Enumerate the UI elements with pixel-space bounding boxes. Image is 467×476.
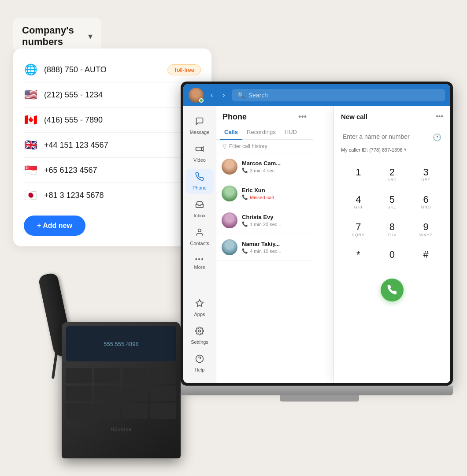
sidebar-item-message[interactable]: Message <box>185 113 214 138</box>
contacts-icon <box>195 228 204 239</box>
svg-point-3 <box>199 330 201 332</box>
svg-point-2 <box>198 229 201 232</box>
phone-device: 555.555.4898 HDvoice <box>44 264 185 458</box>
sidebar-item-help[interactable]: Help <box>185 351 214 376</box>
call-item[interactable]: Marcos Cam... 📞 3 min 4 sec <box>216 153 313 180</box>
number-text: (212) 555 - 1234 <box>44 90 201 100</box>
search-placeholder: Search <box>248 92 268 99</box>
call-name: Eric Xun <box>242 187 308 193</box>
avatar <box>222 159 237 175</box>
user-avatar <box>189 88 204 103</box>
sidebar-item-contacts[interactable]: Contacts <box>185 224 214 249</box>
phone-button <box>94 403 120 419</box>
sidebar-item-inbox[interactable]: Inbox <box>185 197 214 222</box>
inbox-icon <box>195 200 204 211</box>
phone-panel: Phone ••• Calls Recordings HUD ▽ Filter … <box>216 106 313 383</box>
avatar <box>222 186 237 201</box>
sidebar-item-more[interactable]: ••• More <box>185 252 214 273</box>
dial-key-0[interactable]: 0 + <box>377 245 408 270</box>
call-detail-missed: 📞 Missed call <box>242 194 308 200</box>
phone-panel-header: Phone ••• <box>216 106 313 125</box>
sidebar-video-label: Video <box>193 157 206 163</box>
sidebar-item-video[interactable]: Video <box>185 141 214 166</box>
sidebar-inbox-label: Inbox <box>194 213 206 218</box>
sg-flag-icon: 🇸🇬 <box>24 164 38 176</box>
laptop: ‹ › 🔍 Search Message <box>181 82 458 434</box>
sidebar-item-apps[interactable]: Apps <box>185 295 214 320</box>
video-icon <box>195 145 204 156</box>
phone-button <box>122 368 148 383</box>
number-row-uk[interactable]: 🇬🇧 +44 151 123 4567 <box>24 133 201 158</box>
avatar <box>222 239 237 255</box>
call-info: Christa Evy 📞 1 min 20 sec... <box>242 214 308 227</box>
numbers-dropdown-header[interactable]: Company's numbers ▾ <box>13 18 101 52</box>
caller-id-bar[interactable]: My caller ID: (778) 897-1396 ▾ <box>334 145 450 157</box>
number-row-ca[interactable]: 🇨🇦 (416) 555 - 7890 <box>24 108 201 133</box>
back-arrow-icon[interactable]: ‹ <box>208 89 215 101</box>
phone-button <box>66 403 92 419</box>
tab-calls[interactable]: Calls <box>220 125 242 140</box>
sidebar-item-phone[interactable]: Phone <box>185 169 214 194</box>
call-detail: 📞 4 min 10 sec... <box>242 248 308 254</box>
phone-button <box>150 368 176 383</box>
sidebar-message-label: Message <box>190 130 210 135</box>
sidebar-item-settings[interactable]: Settings <box>185 323 214 348</box>
tab-recordings[interactable]: Recordings <box>242 125 280 139</box>
number-text: +81 3 1234 5678 <box>44 191 201 200</box>
call-item[interactable]: Namar Takiy... 📞 4 min 10 sec... <box>216 234 313 261</box>
search-bar[interactable]: 🔍 Search <box>232 89 445 101</box>
svg-rect-0 <box>196 147 202 151</box>
dial-key-star[interactable]: * <box>343 245 374 270</box>
number-row-sg[interactable]: 🇸🇬 +65 6123 4567 <box>24 158 201 183</box>
dialer-panel: New call ••• 🕐 My caller ID: (778) 897-1… <box>334 106 450 383</box>
phone-button <box>122 386 148 401</box>
clock-icon: 🕐 <box>433 133 441 141</box>
jp-flag-icon: 🇯🇵 <box>24 189 38 201</box>
phone-tabs: Calls Recordings HUD <box>216 125 313 140</box>
number-row-jp[interactable]: 🇯🇵 +81 3 1234 5678 <box>24 183 201 208</box>
number-row-toll-free[interactable]: 🌐 (888) 750 - AUTO Toll-free <box>24 57 201 82</box>
phone-button <box>94 386 120 401</box>
dial-key-8[interactable]: 8 TUV <box>377 217 408 242</box>
avatar <box>222 212 237 228</box>
dial-key-9[interactable]: 9 WXYZ <box>410 217 441 242</box>
phone-brand-label: HDvoice <box>111 427 131 432</box>
dial-key-5[interactable]: 5 JKL <box>377 190 408 215</box>
tab-hud[interactable]: HUD <box>280 125 301 139</box>
call-detail: 📞 3 min 4 sec <box>242 167 308 173</box>
phone-button <box>94 368 120 383</box>
add-new-button[interactable]: + Add new <box>24 216 85 236</box>
dialer-input[interactable] <box>341 130 443 143</box>
dial-key-3[interactable]: 3 DEF <box>410 163 441 187</box>
phone-panel-title: Phone <box>222 112 247 122</box>
call-item[interactable]: Christa Evy 📞 1 min 20 sec... <box>216 207 313 234</box>
dial-key-2[interactable]: 2 ABC <box>377 163 408 187</box>
call-button[interactable] <box>381 279 404 301</box>
dial-key-hash[interactable]: # <box>410 245 441 270</box>
phone-more-dots[interactable]: ••• <box>298 112 307 122</box>
filter-bar[interactable]: ▽ Filter call history <box>216 140 313 153</box>
sidebar-more-label: More <box>194 264 205 270</box>
forward-arrow-icon[interactable]: › <box>220 89 227 101</box>
filter-icon: ▽ <box>222 143 226 149</box>
missed-call-icon: 📞 <box>242 194 248 200</box>
dialer-more-dots[interactable]: ••• <box>436 112 443 120</box>
dial-key-6[interactable]: 6 MNO <box>410 190 441 215</box>
dial-key-1[interactable]: 1 <box>343 163 374 187</box>
more-icon: ••• <box>195 256 204 263</box>
globe-icon: 🌐 <box>24 63 38 76</box>
sidebar-apps-label: Apps <box>194 312 205 317</box>
dial-key-4[interactable]: 4 GHI <box>343 190 374 215</box>
call-info: Eric Xun 📞 Missed call <box>242 187 308 200</box>
call-detail: 📞 1 min 20 sec... <box>242 221 308 227</box>
chevron-down-icon: ▾ <box>88 31 93 41</box>
message-icon <box>195 117 204 128</box>
sidebar-phone-label: Phone <box>193 185 207 190</box>
filter-label: Filter call history <box>229 143 267 149</box>
help-icon <box>195 354 204 365</box>
svg-marker-1 <box>201 147 203 151</box>
sidebar-settings-label: Settings <box>191 339 208 345</box>
number-row-us[interactable]: 🇺🇸 (212) 555 - 1234 <box>24 82 201 108</box>
call-item[interactable]: Eric Xun 📞 Missed call <box>216 180 313 207</box>
dial-key-7[interactable]: 7 PQRS <box>343 217 374 242</box>
